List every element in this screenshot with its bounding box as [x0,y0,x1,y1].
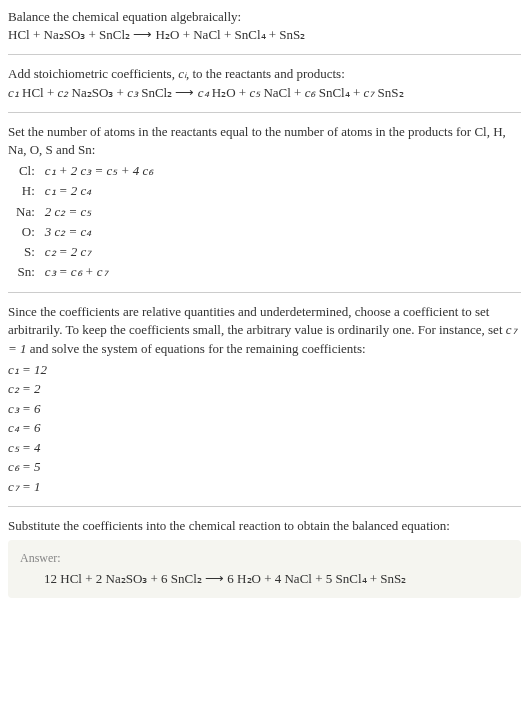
text-part: Add stoichiometric coefficients, [8,66,178,81]
term: SnCl₂ ⟶ [138,85,198,100]
coefficient-value: c₇ = 1 [8,477,521,497]
balance-equation: 2 c₂ = c₅ [41,202,157,222]
coef: c₇ [364,85,375,100]
section-result: Substitute the coefficients into the che… [8,517,521,598]
element-label: O: [12,222,41,242]
term: HCl + [19,85,58,100]
atom-balance-table: Cl:c₁ + 2 c₃ = c₅ + 4 c₆ H:c₁ = 2 c₄ Na:… [12,161,157,282]
term: H₂O + [209,85,250,100]
balance-equation: c₃ = c₆ + c₇ [41,262,157,282]
element-label: Cl: [12,161,41,181]
coefficient-value: c₂ = 2 [8,379,521,399]
term: NaCl + [260,85,305,100]
term: SnS₂ [374,85,403,100]
coef: c₃ [127,85,138,100]
balance-equation: c₁ + 2 c₃ = c₅ + 4 c₆ [41,161,157,181]
balanced-equation: 12 HCl + 2 Na₂SO₃ + 6 SnCl₂ ⟶ 6 H₂O + 4 … [20,570,509,588]
balance-equation: c₂ = 2 c₇ [41,242,157,262]
table-row: S:c₂ = 2 c₇ [12,242,157,262]
coef: c₆ [305,85,316,100]
section-problem: Balance the chemical equation algebraica… [8,8,521,44]
element-label: Sn: [12,262,41,282]
text-part: , to the reactants and products: [186,66,345,81]
divider [8,112,521,113]
divider [8,54,521,55]
problem-text: Balance the chemical equation algebraica… [8,8,521,26]
coefficient-list: c₁ = 12 c₂ = 2 c₃ = 6 c₄ = 6 c₅ = 4 c₆ =… [8,360,521,497]
term: SnCl₄ + [315,85,363,100]
unbalanced-equation: HCl + Na₂SO₃ + SnCl₂ ⟶ H₂O + NaCl + SnCl… [8,26,521,44]
table-row: O:3 c₂ = c₄ [12,222,157,242]
coefficient-value: c₆ = 5 [8,457,521,477]
divider [8,506,521,507]
coef: c₂ [58,85,69,100]
ci-symbol: cᵢ [178,66,186,81]
element-label: H: [12,181,41,201]
answer-label: Answer: [20,550,509,567]
table-row: Sn:c₃ = c₆ + c₇ [12,262,157,282]
solve-intro: Since the coefficients are relative quan… [8,303,521,358]
term: Na₂SO₃ + [68,85,127,100]
coefficient-value: c₄ = 6 [8,418,521,438]
section-stoichiometric: Add stoichiometric coefficients, cᵢ, to … [8,65,521,101]
divider [8,292,521,293]
section-solve: Since the coefficients are relative quan… [8,303,521,496]
stoich-equation: c₁ HCl + c₂ Na₂SO₃ + c₃ SnCl₂ ⟶ c₄ H₂O +… [8,84,521,102]
text-part: and solve the system of equations for th… [27,341,366,356]
element-label: S: [12,242,41,262]
coefficient-value: c₃ = 6 [8,399,521,419]
result-intro: Substitute the coefficients into the che… [8,517,521,535]
element-label: Na: [12,202,41,222]
section-atom-balance: Set the number of atoms in the reactants… [8,123,521,283]
coefficient-value: c₅ = 4 [8,438,521,458]
text-part: Since the coefficients are relative quan… [8,304,506,337]
table-row: Cl:c₁ + 2 c₃ = c₅ + 4 c₆ [12,161,157,181]
coef: c₄ [198,85,209,100]
balance-equation: c₁ = 2 c₄ [41,181,157,201]
coefficient-value: c₁ = 12 [8,360,521,380]
stoich-text: Add stoichiometric coefficients, cᵢ, to … [8,65,521,83]
table-row: H:c₁ = 2 c₄ [12,181,157,201]
balance-equation: 3 c₂ = c₄ [41,222,157,242]
answer-box: Answer: 12 HCl + 2 Na₂SO₃ + 6 SnCl₂ ⟶ 6 … [8,540,521,599]
coef: c₅ [249,85,260,100]
atom-balance-intro: Set the number of atoms in the reactants… [8,123,521,159]
coef: c₁ [8,85,19,100]
table-row: Na:2 c₂ = c₅ [12,202,157,222]
